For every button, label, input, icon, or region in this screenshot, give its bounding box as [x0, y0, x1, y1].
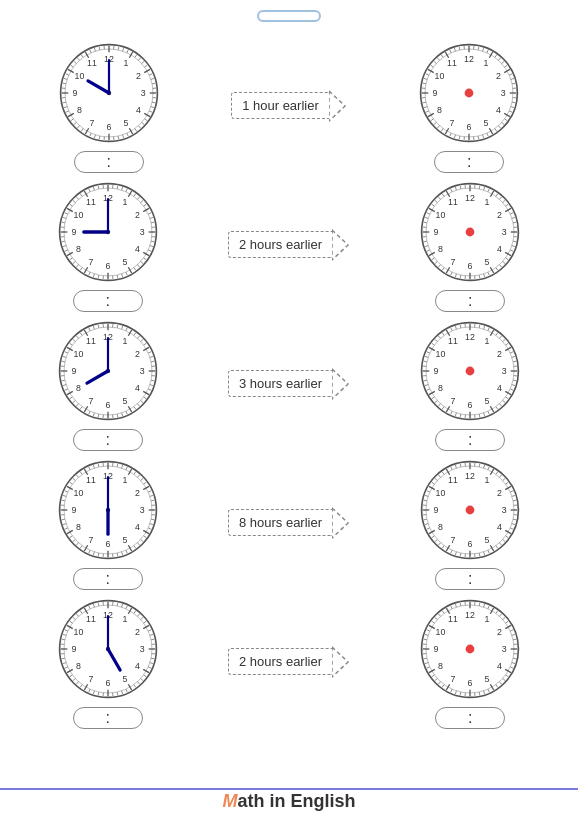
- svg-text:10: 10: [73, 210, 83, 220]
- svg-text:7: 7: [88, 257, 93, 267]
- arrow-label: 1 hour earlier: [231, 90, 347, 122]
- time-input-box[interactable]: :: [435, 707, 505, 729]
- svg-text:4: 4: [135, 522, 140, 532]
- svg-text:9: 9: [434, 366, 439, 376]
- svg-text:10: 10: [73, 488, 83, 498]
- svg-text:3: 3: [139, 644, 144, 654]
- right-clock-col: 121234567891011:: [415, 594, 525, 729]
- left-clock-col: 121234567891011:: [53, 316, 163, 451]
- svg-text:12: 12: [464, 54, 474, 64]
- svg-text:1: 1: [122, 475, 127, 485]
- svg-text:10: 10: [74, 71, 84, 81]
- svg-point-307: [466, 228, 475, 237]
- svg-text:6: 6: [468, 400, 473, 410]
- svg-text:9: 9: [71, 366, 76, 376]
- svg-text:2: 2: [497, 488, 502, 498]
- svg-text:3: 3: [140, 88, 145, 98]
- clock-row: 121234567891011:2 hours earlier121234567…: [20, 594, 558, 729]
- svg-text:11: 11: [86, 336, 96, 346]
- svg-text:2: 2: [135, 210, 140, 220]
- time-input-box[interactable]: :: [74, 151, 144, 173]
- left-clock: 121234567891011: [53, 316, 163, 426]
- svg-text:1: 1: [485, 614, 490, 624]
- time-input-box[interactable]: :: [73, 568, 143, 590]
- clock-rows: 121234567891011:1 hour earlier1212345678…: [20, 38, 558, 729]
- svg-text:9: 9: [434, 644, 439, 654]
- arrow-label: 2 hours earlier: [228, 646, 350, 678]
- svg-text:11: 11: [448, 336, 458, 346]
- svg-text:9: 9: [434, 505, 439, 515]
- svg-text:3: 3: [139, 227, 144, 237]
- svg-text:7: 7: [88, 535, 93, 545]
- svg-text:5: 5: [122, 396, 127, 406]
- svg-text:6: 6: [106, 122, 111, 132]
- right-clock-col: 121234567891011:: [414, 38, 524, 173]
- footer-brand: Math in English: [0, 791, 578, 812]
- left-clock-col: 121234567891011:: [54, 38, 164, 173]
- svg-text:11: 11: [447, 58, 457, 68]
- svg-text:2: 2: [135, 349, 140, 359]
- svg-text:6: 6: [468, 678, 473, 688]
- arrow-text: 1 hour earlier: [231, 92, 329, 119]
- svg-text:11: 11: [448, 614, 458, 624]
- svg-text:8: 8: [438, 383, 443, 393]
- svg-text:8: 8: [438, 522, 443, 532]
- svg-text:7: 7: [451, 396, 456, 406]
- svg-text:2: 2: [497, 349, 502, 359]
- svg-marker-231: [332, 230, 348, 260]
- svg-text:3: 3: [139, 505, 144, 515]
- svg-text:8: 8: [437, 105, 442, 115]
- right-clock-col: 121234567891011:: [415, 316, 525, 451]
- svg-text:2: 2: [496, 71, 501, 81]
- svg-text:4: 4: [135, 383, 140, 393]
- svg-text:2: 2: [497, 210, 502, 220]
- time-input-box[interactable]: :: [435, 568, 505, 590]
- svg-text:10: 10: [436, 210, 446, 220]
- svg-text:5: 5: [122, 257, 127, 267]
- svg-marker-385: [332, 369, 348, 399]
- time-input-box[interactable]: :: [434, 151, 504, 173]
- svg-text:1: 1: [122, 614, 127, 624]
- svg-text:10: 10: [435, 71, 445, 81]
- svg-text:5: 5: [485, 535, 490, 545]
- left-clock: 121234567891011: [53, 455, 163, 565]
- svg-marker-693: [332, 647, 348, 677]
- time-input-box[interactable]: :: [435, 290, 505, 312]
- right-clock: 121234567891011: [415, 594, 525, 704]
- arrow-text: 2 hours earlier: [228, 231, 332, 258]
- svg-text:10: 10: [436, 349, 446, 359]
- svg-text:6: 6: [468, 261, 473, 271]
- arrow-text: 2 hours earlier: [228, 648, 332, 675]
- svg-text:6: 6: [105, 539, 110, 549]
- right-clock: 121234567891011: [415, 177, 525, 287]
- arrow-text: 3 hours earlier: [228, 370, 332, 397]
- svg-text:4: 4: [135, 661, 140, 671]
- svg-text:10: 10: [436, 627, 446, 637]
- time-input-box[interactable]: :: [73, 290, 143, 312]
- right-clock: 121234567891011: [414, 38, 524, 148]
- svg-text:9: 9: [71, 644, 76, 654]
- svg-text:2: 2: [136, 71, 141, 81]
- svg-text:10: 10: [436, 488, 446, 498]
- clock-row: 121234567891011:3 hours earlier121234567…: [20, 316, 558, 451]
- footer-line: [0, 788, 578, 790]
- svg-text:11: 11: [448, 197, 458, 207]
- page-title: [257, 10, 321, 22]
- svg-text:3: 3: [502, 505, 507, 515]
- svg-text:1: 1: [122, 336, 127, 346]
- time-input-box[interactable]: :: [73, 429, 143, 451]
- svg-text:4: 4: [497, 522, 502, 532]
- svg-text:8: 8: [76, 244, 81, 254]
- time-input-box[interactable]: :: [73, 707, 143, 729]
- page: 121234567891011:1 hour earlier1212345678…: [0, 0, 578, 818]
- svg-text:5: 5: [484, 118, 489, 128]
- svg-text:1: 1: [123, 58, 128, 68]
- svg-text:1: 1: [485, 475, 490, 485]
- svg-marker-77: [329, 91, 345, 121]
- arrow-label: 2 hours earlier: [228, 229, 350, 261]
- time-input-box[interactable]: :: [435, 429, 505, 451]
- svg-text:4: 4: [135, 244, 140, 254]
- svg-text:9: 9: [71, 505, 76, 515]
- svg-text:8: 8: [438, 244, 443, 254]
- svg-text:9: 9: [72, 88, 77, 98]
